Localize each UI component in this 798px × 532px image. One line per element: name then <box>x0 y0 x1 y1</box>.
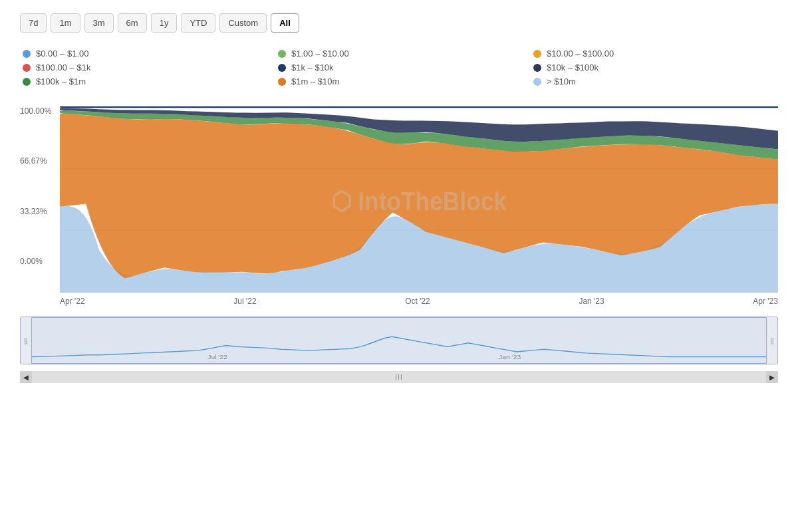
legend-dot <box>23 78 31 86</box>
watermark-text: ⬡ IntoTheBlock <box>331 187 507 216</box>
scrollbar-center-handle: III <box>395 374 402 381</box>
legend-item: $1k – $10k <box>278 63 520 72</box>
legend-item: $1.00 – $10.00 <box>278 49 520 59</box>
legend-label: $10.00 – $100.00 <box>547 49 614 59</box>
legend-dot <box>533 78 541 86</box>
minimap-area: || Jul '22 Jan '23 || ◄ <box>20 317 778 383</box>
legend-dot <box>23 64 31 72</box>
legend-item: $0.00 – $1.00 <box>23 49 265 59</box>
legend-item: $100k – $1m <box>23 76 265 86</box>
x-axis-label: Apr '23 <box>753 297 778 306</box>
y-axis-labels: 100.00%66.67%33.33%0.00% <box>20 106 60 266</box>
time-btn-1y[interactable]: 1y <box>151 13 178 33</box>
x-axis-label: Jan '23 <box>579 297 604 306</box>
minimap-svg-container: || Jul '22 Jan '23 || <box>20 317 778 364</box>
minimap-handle-left[interactable]: || <box>20 317 32 364</box>
x-axis-label: Jul '22 <box>233 297 256 306</box>
time-btn-ytd[interactable]: YTD <box>181 13 215 33</box>
time-btn-7d[interactable]: 7d <box>20 13 47 33</box>
chart-legend: $0.00 – $1.00$1.00 – $10.00$10.00 – $100… <box>20 49 778 86</box>
chart-wrapper: 100.00%66.67%33.33%0.00% <box>20 106 778 383</box>
legend-item: > $10m <box>533 76 775 86</box>
legend-item: $1m – $10m <box>278 76 520 86</box>
legend-label: $10k – $100k <box>547 63 598 72</box>
legend-dot <box>533 64 541 72</box>
minimap-scrollbar: ◄ III ► <box>20 371 778 383</box>
minimap-selection: Jul '22 Jan '23 <box>32 317 766 364</box>
time-btn-all[interactable]: All <box>271 13 299 33</box>
y-axis-label: 66.67% <box>20 156 60 166</box>
scroll-left-arrow[interactable]: ◄ <box>20 371 32 383</box>
time-btn-6m[interactable]: 6m <box>118 13 147 33</box>
legend-dot <box>278 64 286 72</box>
scrollbar-track[interactable]: III <box>32 371 766 383</box>
x-axis-label: Apr '22 <box>60 297 85 306</box>
time-range-selector: 7d1m3m6m1yYTDCustomAll <box>20 13 778 33</box>
legend-label: $0.00 – $1.00 <box>36 49 89 59</box>
y-axis-label: 100.00% <box>20 106 60 116</box>
legend-item: $10k – $100k <box>533 63 775 72</box>
minimap-handle-right[interactable]: || <box>766 317 778 364</box>
x-axis-label: Oct '22 <box>405 297 430 306</box>
y-axis-label: 0.00% <box>20 257 60 266</box>
legend-dot <box>278 50 286 58</box>
legend-label: > $10m <box>547 76 576 86</box>
legend-label: $1k – $10k <box>291 63 334 72</box>
minimap-svg: Jul '22 Jan '23 <box>32 318 766 363</box>
x-axis-labels: Apr '22Jul '22Oct '22Jan '23Apr '23 <box>20 293 778 306</box>
chart-svg-container: ⬡ IntoTheBlock <box>60 106 778 293</box>
legend-label: $100k – $1m <box>36 76 86 86</box>
y-axis-label: 33.33% <box>20 207 60 216</box>
legend-label: $100.00 – $1k <box>36 63 90 72</box>
svg-text:Jan '23: Jan '23 <box>499 354 521 360</box>
legend-label: $1.00 – $10.00 <box>291 49 349 59</box>
legend-dot <box>278 78 286 86</box>
svg-text:Jul '22: Jul '22 <box>207 354 227 360</box>
legend-item: $10.00 – $100.00 <box>533 49 775 59</box>
main-chart: 100.00%66.67%33.33%0.00% <box>20 106 778 293</box>
main-container: 7d1m3m6m1yYTDCustomAll $0.00 – $1.00$1.0… <box>0 0 798 396</box>
legend-dot <box>23 50 31 58</box>
legend-item: $100.00 – $1k <box>23 63 265 72</box>
time-btn-custom[interactable]: Custom <box>219 13 267 33</box>
main-chart-svg: ⬡ IntoTheBlock <box>60 106 778 293</box>
scroll-right-arrow[interactable]: ► <box>766 371 778 383</box>
time-btn-3m[interactable]: 3m <box>84 13 114 33</box>
legend-label: $1m – $10m <box>291 76 339 86</box>
time-btn-1m[interactable]: 1m <box>51 13 80 33</box>
legend-dot <box>533 50 541 58</box>
